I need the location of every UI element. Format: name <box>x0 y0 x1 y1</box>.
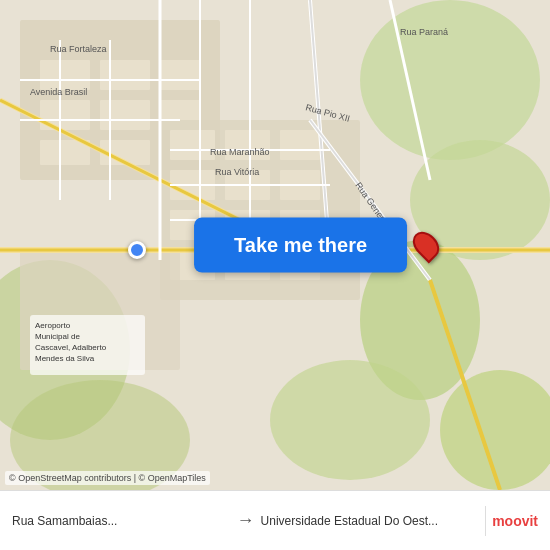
map-container: Rua Fortaleza Avenida Brasil Rua Maranhã… <box>0 0 550 490</box>
svg-rect-18 <box>170 130 215 160</box>
moovit-logo: moovit <box>492 513 538 529</box>
svg-point-1 <box>360 0 540 160</box>
divider <box>485 506 486 536</box>
svg-text:Rua Paraná: Rua Paraná <box>400 27 448 37</box>
map-attribution: © OpenStreetMap contributors | © OpenMap… <box>5 471 210 485</box>
route-to-label: Universidade Estadual Do Oest... <box>261 514 480 528</box>
svg-text:Municipal de: Municipal de <box>35 332 80 341</box>
svg-text:Cascavel, Adalberto: Cascavel, Adalberto <box>35 343 107 352</box>
svg-rect-11 <box>160 60 200 90</box>
svg-point-4 <box>270 360 430 480</box>
destination-marker <box>415 230 437 260</box>
take-me-there-button[interactable]: Take me there <box>194 218 407 273</box>
svg-rect-9 <box>40 60 90 90</box>
svg-text:Rua Vitória: Rua Vitória <box>215 167 259 177</box>
svg-text:Rua Fortaleza: Rua Fortaleza <box>50 44 107 54</box>
bottom-bar: Rua Samambaias... → Universidade Estadua… <box>0 490 550 550</box>
origin-marker <box>128 241 146 259</box>
svg-rect-13 <box>100 100 150 130</box>
svg-text:Avenida Brasil: Avenida Brasil <box>30 87 87 97</box>
svg-text:Mendes da Silva: Mendes da Silva <box>35 354 95 363</box>
route-from-label: Rua Samambaias... <box>12 514 231 528</box>
svg-rect-20 <box>280 130 320 160</box>
svg-text:Aeroporto: Aeroporto <box>35 321 71 330</box>
route-arrow-icon: → <box>237 510 255 531</box>
svg-rect-10 <box>100 60 150 90</box>
svg-text:Rua Maranhão: Rua Maranhão <box>210 147 270 157</box>
